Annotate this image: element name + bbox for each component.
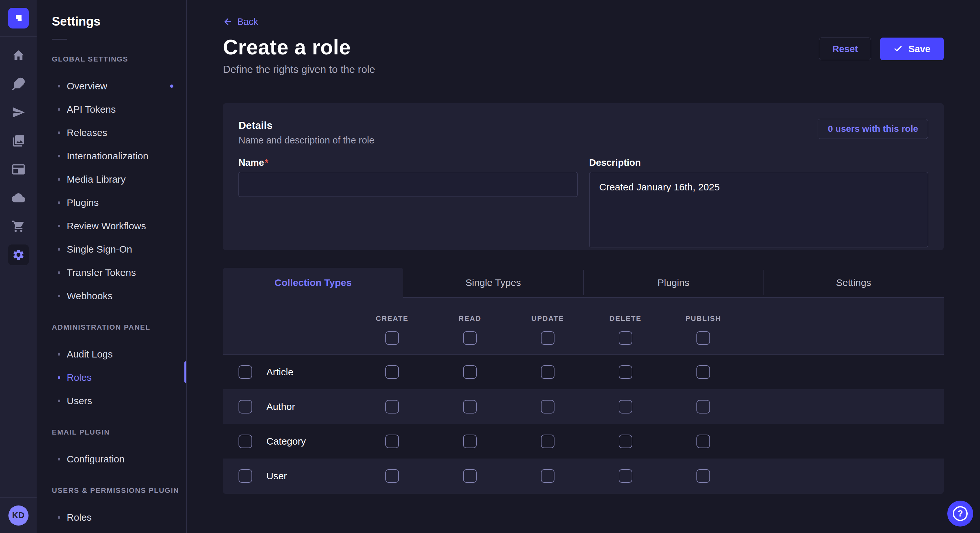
- category-update-checkbox[interactable]: [541, 435, 555, 448]
- tab-single-types[interactable]: Single Types: [403, 268, 583, 297]
- section-label-users-permissions-plugin: Users & Permissions plugin: [52, 486, 186, 495]
- sidebar-item-configuration[interactable]: Configuration: [52, 447, 186, 471]
- sidebar-item-api-tokens[interactable]: API Tokens: [52, 98, 186, 121]
- user-create-checkbox[interactable]: [385, 469, 399, 483]
- permissions-table: Create Read Update Delete Publish Articl…: [223, 298, 944, 494]
- article-create-checkbox[interactable]: [385, 365, 399, 379]
- select-all-read-checkbox[interactable]: [463, 331, 477, 345]
- description-field-group: Description Created January 16th, 2025: [589, 157, 928, 249]
- tab-settings[interactable]: Settings: [764, 268, 944, 297]
- table-row-category: Category: [223, 424, 944, 458]
- sidebar-item-plugins[interactable]: Plugins: [52, 191, 186, 214]
- user-update-checkbox[interactable]: [541, 469, 555, 483]
- sidebar-item-webhooks[interactable]: Webhooks: [52, 284, 186, 308]
- article-read-checkbox[interactable]: [463, 365, 477, 379]
- section-label-global-settings: Global settings: [52, 55, 186, 64]
- paper-plane-icon: [12, 106, 25, 119]
- sidebar-item-media-library[interactable]: Media Library: [52, 168, 186, 191]
- help-button[interactable]: ?: [947, 501, 973, 527]
- author-delete-checkbox[interactable]: [619, 400, 632, 414]
- cloud-nav-button[interactable]: [4, 184, 33, 212]
- select-all-delete-checkbox[interactable]: [619, 331, 632, 345]
- bullet-icon: [58, 516, 60, 519]
- rail-icon-list: [4, 36, 33, 269]
- category-read-checkbox[interactable]: [463, 435, 477, 448]
- deploy-nav-button[interactable]: [4, 98, 33, 127]
- bullet-icon: [58, 248, 60, 251]
- home-nav-button[interactable]: [4, 41, 33, 70]
- category-publish-checkbox[interactable]: [697, 435, 710, 448]
- category-create-checkbox[interactable]: [385, 435, 399, 448]
- sidebar-item-internationalization[interactable]: Internationalization: [52, 144, 186, 168]
- bullet-icon: [58, 225, 60, 227]
- bullet-icon: [58, 132, 60, 134]
- column-header-delete: Delete: [587, 314, 664, 323]
- sidebar-title: Settings: [52, 14, 186, 29]
- arrow-left-icon: [223, 17, 233, 27]
- select-all-create-checkbox[interactable]: [385, 331, 399, 345]
- select-all-publish-checkbox[interactable]: [697, 331, 710, 345]
- save-button[interactable]: Save: [880, 38, 944, 60]
- user-read-checkbox[interactable]: [463, 469, 477, 483]
- bullet-icon: [58, 178, 60, 181]
- author-read-checkbox[interactable]: [463, 400, 477, 414]
- help-icon: ?: [953, 506, 968, 521]
- article-publish-checkbox[interactable]: [697, 365, 710, 379]
- row-select-checkbox[interactable]: [239, 469, 252, 483]
- tab-divider: [764, 270, 764, 295]
- bullet-icon: [58, 353, 60, 355]
- main-content: Back Create a role Define the rights giv…: [187, 0, 980, 533]
- bullet-icon: [58, 271, 60, 274]
- strapi-logo[interactable]: [8, 8, 29, 29]
- sidebar-item-up-roles[interactable]: Roles: [52, 506, 186, 529]
- active-item-indicator: [185, 362, 186, 383]
- description-label: Description: [589, 157, 641, 168]
- name-input[interactable]: [239, 172, 578, 197]
- settings-sidebar: Settings Global settings Overview API To…: [37, 0, 187, 533]
- user-publish-checkbox[interactable]: [697, 469, 710, 483]
- table-row-author: Author: [223, 389, 944, 424]
- tab-collection-types[interactable]: Collection Types: [223, 268, 403, 298]
- sidebar-item-roles[interactable]: Roles: [52, 366, 186, 389]
- permissions-select-all-row: [223, 331, 944, 355]
- author-publish-checkbox[interactable]: [697, 400, 710, 414]
- rail-footer: KD: [0, 497, 37, 533]
- row-label: User: [266, 471, 287, 482]
- users-with-role-button[interactable]: 0 users with this role: [818, 119, 928, 139]
- row-label: Author: [266, 401, 295, 412]
- sidebar-item-overview[interactable]: Overview: [52, 75, 186, 98]
- select-all-update-checkbox[interactable]: [541, 331, 555, 345]
- article-update-checkbox[interactable]: [541, 365, 555, 379]
- media-library-nav-button[interactable]: [4, 127, 33, 155]
- back-link[interactable]: Back: [223, 16, 258, 27]
- sidebar-item-releases[interactable]: Releases: [52, 121, 186, 144]
- row-select-checkbox[interactable]: [239, 365, 252, 379]
- tab-plugins[interactable]: Plugins: [583, 268, 764, 297]
- category-delete-checkbox[interactable]: [619, 435, 632, 448]
- details-card: Details Name and description of the role…: [223, 103, 944, 250]
- home-icon: [12, 49, 25, 62]
- sidebar-item-single-sign-on[interactable]: Single Sign-On: [52, 238, 186, 261]
- row-select-checkbox[interactable]: [239, 400, 252, 414]
- reset-button[interactable]: Reset: [819, 38, 871, 60]
- sidebar-item-review-workflows[interactable]: Review Workflows: [52, 214, 186, 238]
- avatar[interactable]: KD: [8, 506, 29, 525]
- content-builder-nav-button[interactable]: [4, 70, 33, 98]
- user-delete-checkbox[interactable]: [619, 469, 632, 483]
- sidebar-item-audit-logs[interactable]: Audit Logs: [52, 343, 186, 366]
- name-field-group: Name*: [239, 157, 578, 249]
- sidebar-item-users[interactable]: Users: [52, 389, 186, 412]
- article-delete-checkbox[interactable]: [619, 365, 632, 379]
- sidebar-item-providers[interactable]: Providers: [52, 529, 186, 533]
- sidebar-item-transfer-tokens[interactable]: Transfer Tokens: [52, 261, 186, 284]
- row-label: Article: [266, 366, 293, 378]
- author-create-checkbox[interactable]: [385, 400, 399, 414]
- author-update-checkbox[interactable]: [541, 400, 555, 414]
- marketplace-nav-button[interactable]: [4, 212, 33, 241]
- row-select-checkbox[interactable]: [239, 435, 252, 448]
- content-manager-nav-button[interactable]: [4, 155, 33, 184]
- bullet-icon: [58, 400, 60, 402]
- permissions-tabbar: Collection Types Single Types Plugins Se…: [223, 268, 944, 298]
- settings-nav-button[interactable]: [4, 241, 33, 269]
- description-textarea[interactable]: Created January 16th, 2025: [589, 172, 928, 247]
